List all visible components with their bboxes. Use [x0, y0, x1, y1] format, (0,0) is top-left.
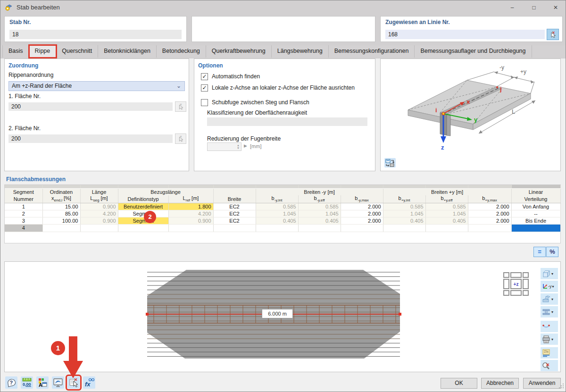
- apply-button[interactable]: Anwenden: [523, 378, 561, 389]
- spinner-expand-icon[interactable]: ▶: [244, 143, 247, 148]
- display-settings-button[interactable]: A: [36, 376, 49, 389]
- column-strip-cell[interactable]: [5, 185, 42, 188]
- render-mode-button[interactable]: ▾: [541, 293, 558, 305]
- table-cell[interactable]: 2.000: [341, 210, 383, 217]
- table-cell[interactable]: Von Anfang: [511, 203, 560, 210]
- table-cell[interactable]: Segment: [118, 210, 168, 217]
- table-cell[interactable]: 0.900: [80, 217, 118, 224]
- table-cell[interactable]: [42, 224, 80, 232]
- tab-basis[interactable]: Basis: [2, 45, 29, 58]
- view-direction-button[interactable]: -y▾: [541, 281, 558, 292]
- surface2-field[interactable]: 200: [8, 134, 173, 143]
- view-plane-selector[interactable]: +z: [503, 272, 529, 296]
- checkbox-checked-icon[interactable]: ✓: [201, 84, 208, 92]
- formula-button[interactable]: fx: [83, 376, 95, 389]
- table-cell[interactable]: EC2: [213, 203, 256, 210]
- table-cell[interactable]: Benutzerdefiniert: [118, 203, 168, 210]
- table-cell[interactable]: 4: [5, 224, 42, 232]
- table-cell[interactable]: [213, 224, 256, 232]
- ok-button[interactable]: OK: [441, 378, 477, 389]
- view-plane-center-cell[interactable]: +z: [510, 279, 522, 289]
- table-cell[interactable]: 1.045: [298, 210, 341, 217]
- tab-betonknicklängen[interactable]: Betonknicklängen: [98, 45, 157, 58]
- table-cell[interactable]: EC2: [213, 217, 256, 224]
- column-strip-cell[interactable]: [80, 185, 118, 188]
- help-button[interactable]: ?: [5, 376, 17, 389]
- table-cell[interactable]: 1: [5, 203, 42, 210]
- table-cell[interactable]: 2.000: [468, 217, 511, 224]
- cancel-button[interactable]: Abbrechen: [481, 378, 519, 389]
- tab-betondeckung[interactable]: Betondeckung: [157, 45, 206, 58]
- table-cell[interactable]: 1.045: [256, 210, 298, 217]
- table-cell[interactable]: 0.585: [256, 203, 298, 210]
- table-cell[interactable]: 0.405: [298, 217, 341, 224]
- column-strip-cell[interactable]: [468, 185, 511, 188]
- table-cell[interactable]: 0.585: [425, 203, 468, 210]
- table-cell[interactable]: Segment: [118, 217, 168, 224]
- table-cell[interactable]: [256, 224, 298, 232]
- column-strip-cell[interactable]: [383, 185, 425, 188]
- table-cell[interactable]: 15.00: [42, 203, 80, 210]
- zoom-reset-button[interactable]: ✕: [541, 360, 558, 371]
- column-strip-cell[interactable]: [42, 185, 80, 188]
- dropdown-arrow-icon[interactable]: ▾: [551, 297, 553, 301]
- dropdown-arrow-icon[interactable]: ▾: [551, 272, 553, 276]
- rib-arrangement-select[interactable]: Am +z-Rand der Fläche ⌄: [8, 81, 185, 91]
- table-cell[interactable]: 3: [5, 217, 42, 224]
- table-cell[interactable]: 2.000: [468, 210, 511, 217]
- column-strip-cell[interactable]: [118, 185, 168, 188]
- surface-roughness-field[interactable]: [207, 117, 367, 126]
- member-number-field[interactable]: 18: [9, 30, 182, 39]
- column-strip-cell[interactable]: [425, 185, 468, 188]
- view-mode-button[interactable]: ▾: [541, 268, 558, 279]
- table-cell[interactable]: 1.045: [383, 210, 425, 217]
- table-cell[interactable]: [341, 224, 383, 232]
- view-plane-cell[interactable]: [503, 279, 509, 289]
- column-strip-cell[interactable]: [511, 185, 560, 188]
- view-plane-cell[interactable]: [523, 279, 529, 289]
- table-cell[interactable]: [511, 224, 560, 232]
- table-cell[interactable]: 0.585: [383, 203, 425, 210]
- section-display-button[interactable]: ▾: [541, 306, 558, 317]
- dropdown-arrow-icon[interactable]: ▾: [551, 337, 553, 342]
- table-cell[interactable]: 2: [5, 210, 42, 217]
- table-cell[interactable]: EC2: [213, 210, 256, 217]
- table-cell[interactable]: [168, 224, 213, 232]
- view-plane-cell[interactable]: [523, 272, 529, 278]
- tab-längsbewehrung[interactable]: Längsbewehrung: [272, 45, 329, 58]
- select-surface1-button[interactable]: ✕: [175, 101, 186, 112]
- checkbox-unchecked-icon[interactable]: [201, 99, 208, 106]
- table-cell[interactable]: 4.200: [168, 210, 213, 217]
- dropdown-arrow-icon[interactable]: ▾: [552, 284, 554, 289]
- table-cell[interactable]: [298, 224, 341, 232]
- view-plane-cell[interactable]: [523, 290, 529, 296]
- table-cell[interactable]: 0.900: [168, 217, 213, 224]
- table-cell[interactable]: 2.000: [468, 203, 511, 210]
- table-cell[interactable]: 100.00: [42, 217, 80, 224]
- assigned-line-field[interactable]: 168: [385, 30, 545, 39]
- equal-widths-button[interactable]: =: [533, 247, 546, 257]
- print-button[interactable]: ▾: [541, 334, 558, 345]
- table-cell[interactable]: [80, 224, 118, 232]
- select-line-button[interactable]: ✕: [547, 29, 559, 40]
- toggle-view-button[interactable]: [384, 158, 396, 167]
- table-cell[interactable]: 0.405: [425, 217, 468, 224]
- tab-bemessungsauflager-und-durchbiegung[interactable]: Bemessungsauflager und Durchbiegung: [415, 45, 532, 58]
- column-strip-cell[interactable]: [256, 185, 298, 188]
- table-cell[interactable]: --: [511, 210, 560, 217]
- table-cell[interactable]: 1.045: [425, 210, 468, 217]
- maximize-button[interactable]: □: [523, 0, 545, 15]
- tab-rippe[interactable]: Rippe: [29, 45, 57, 58]
- close-button[interactable]: ✕: [545, 0, 566, 15]
- tab-querschnitt[interactable]: Querschnitt: [56, 45, 98, 58]
- column-strip-cell[interactable]: [298, 185, 341, 188]
- table-cell[interactable]: 2.000: [341, 203, 383, 210]
- table-cell[interactable]: 85.00: [42, 210, 80, 217]
- table-cell[interactable]: 0.405: [383, 217, 425, 224]
- view-plane-cell[interactable]: [503, 290, 509, 296]
- table-cell[interactable]: [425, 224, 468, 232]
- table-cell[interactable]: 4.200: [80, 210, 118, 217]
- table-cell[interactable]: Bis Ende: [511, 217, 560, 224]
- deformation-display-button[interactable]: [541, 321, 558, 332]
- select-surface2-button[interactable]: ✕: [175, 133, 186, 144]
